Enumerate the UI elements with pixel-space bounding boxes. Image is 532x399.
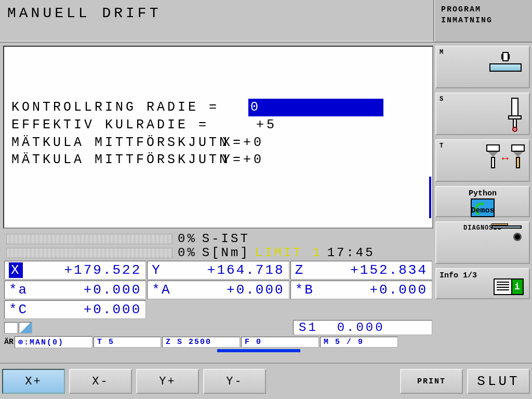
softkey-tool-label: T	[440, 142, 444, 150]
machine-icon	[489, 54, 522, 61]
info-strip: S1 0.000	[3, 319, 433, 336]
snm-bar	[6, 248, 172, 258]
probe-tool-icon	[511, 98, 518, 132]
param-offset-y-value[interactable]: Y=+0	[222, 151, 264, 169]
status-man: ⊕:MAN(0)	[15, 336, 92, 348]
softkey-info[interactable]: Info 1/3 i	[435, 268, 530, 299]
softkey-y-plus[interactable]: Y+	[136, 369, 199, 394]
spindle-status: 0% S-IST 0% S[Nm] LIMIT 1 17:45	[3, 231, 433, 261]
program-mode-line2: INMATNING	[441, 15, 526, 26]
param-offset-x-label: MÄTKULA MITTFÖRSKJUTN	[11, 134, 230, 152]
parameter-panel: KONTROLLRING RADIE = 0 EFFEKTIV KULRADIE…	[3, 46, 433, 229]
sist-percent: 0%	[178, 232, 197, 246]
status-f: F 0	[241, 337, 319, 348]
status-m: M 5 / 9	[320, 337, 398, 348]
spindle-s1: S1 0.000	[293, 320, 432, 335]
dro-cap-a[interactable]: *A+0.000	[147, 281, 289, 299]
status-line: ÄR ⊕:MAN(0) T 5 Z S 2500 F 0 M 5 / 9	[3, 336, 433, 349]
limit-indicator: LIMIT 1	[255, 246, 322, 260]
param-ring-radius-input[interactable]: 0	[248, 99, 383, 116]
softkey-tool[interactable]: T ↔	[435, 139, 530, 182]
softkey-machine[interactable]: M	[435, 46, 530, 88]
dro-cap-c[interactable]: *C+0.000	[4, 300, 146, 319]
softkey-x-minus[interactable]: X-	[69, 369, 132, 394]
scroll-indicator[interactable]	[429, 177, 431, 218]
softkey-y-minus[interactable]: Y-	[203, 369, 266, 394]
sist-bar	[6, 234, 172, 244]
softkey-diagnosis[interactable]: DIAGNOSIS	[435, 221, 530, 264]
softkey-end[interactable]: SLUT	[467, 369, 530, 394]
snm-percent: 0%	[178, 246, 197, 260]
dro-readout: X+179.522 Y+164.718 Z+152.834 *a+0.000 *…	[3, 261, 433, 319]
param-ball-radius-value[interactable]: +5	[256, 116, 277, 134]
probe-icon[interactable]	[4, 322, 18, 334]
param-ball-radius-label: EFFEKTIV KULRADIE =	[11, 116, 209, 134]
param-ring-radius-label: KONTROLLRING RADIE =	[11, 99, 219, 116]
info-icon: i	[494, 278, 524, 295]
horizontal-softkeys: X+ X- Y+ Y- PRINT SLUT	[0, 363, 532, 399]
dro-x[interactable]: X+179.522	[4, 261, 146, 280]
param-offset-y-label: MÄTKULA MITTFÖRSKJUTN	[11, 151, 230, 169]
python-label-1: Python	[440, 189, 526, 198]
vertical-softkeys: M S T ↔ Python Demos	[433, 43, 532, 363]
header-bar: MANUELL DRIFT PROGRAM INMATNING	[0, 0, 532, 43]
python-label-2: Demos	[436, 206, 529, 215]
softkey-x-plus[interactable]: X+	[2, 369, 65, 394]
status-zs: Z S 2500	[162, 337, 240, 348]
softkey-spindle[interactable]: S	[435, 92, 530, 135]
dro-z[interactable]: Z+152.834	[290, 261, 432, 280]
program-mode-line1: PROGRAM	[441, 4, 526, 15]
dro-y[interactable]: Y+164.718	[147, 261, 289, 280]
status-t: T 5	[94, 337, 161, 348]
softkey-print[interactable]: PRINT	[400, 369, 463, 394]
mode-title: MANUELL DRIFT	[0, 0, 434, 42]
softkey-machine-label: M	[440, 49, 444, 56]
softkey-spindle-label: S	[440, 96, 444, 103]
info-label: Info 1/3	[440, 271, 477, 280]
tool-swap-icon: ↔	[486, 144, 525, 172]
program-mode-button[interactable]: PROGRAM INMATNING	[434, 0, 532, 42]
softkey-python[interactable]: Python Demos	[435, 186, 530, 217]
dro-a[interactable]: *a+0.000	[4, 281, 146, 299]
clock-time: 17:45	[327, 246, 375, 260]
ar-label: ÄR	[4, 338, 14, 347]
dro-cap-b[interactable]: *B+0.000	[290, 281, 432, 299]
softkey-empty-2	[335, 369, 396, 394]
snm-label: S[Nm]	[202, 246, 250, 260]
sist-label: S-IST	[202, 232, 250, 246]
softkey-page-indicator	[217, 349, 300, 352]
softkey-empty-1	[270, 369, 331, 394]
plane-icon[interactable]	[19, 322, 32, 334]
param-offset-x-value[interactable]: X=+0	[222, 134, 264, 152]
